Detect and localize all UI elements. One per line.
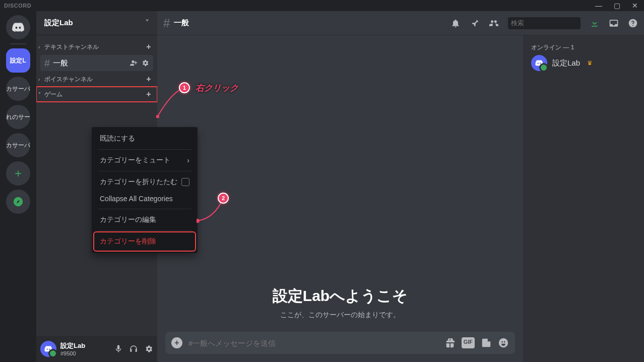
emoji-icon[interactable] (498, 337, 509, 348)
chat-header: # 一般 (157, 11, 644, 35)
maximize-button[interactable]: ▢ (612, 2, 622, 10)
chevron-right-icon: › (38, 44, 44, 50)
chevron-down-icon: ˅ (38, 92, 44, 97)
mic-icon[interactable] (114, 344, 123, 353)
gear-icon[interactable] (141, 59, 149, 67)
chat-area: 設定Labへようこそ ここが、このサーバーの始まりです。 + GIF (157, 35, 523, 362)
crown-icon: ♛ (587, 59, 593, 67)
member-name: 設定Lab (552, 58, 580, 68)
welcome-title: 設定Labへようこそ (273, 286, 408, 307)
members-icon[interactable] (489, 18, 499, 28)
user-avatar[interactable] (40, 341, 56, 357)
bell-icon[interactable] (450, 18, 461, 28)
chevron-right-icon: › (38, 77, 44, 82)
header-toolbar (450, 17, 638, 29)
chevron-down-icon: ˅ (145, 18, 149, 28)
user-info: 設定Lab #9500 (60, 341, 114, 356)
help-icon[interactable] (628, 18, 638, 28)
message-input[interactable] (188, 339, 438, 347)
add-channel-icon[interactable]: + (144, 75, 153, 84)
server-list: 設定L カサーバ れのサー カサーバ + (0, 11, 36, 362)
hash-icon: # (163, 16, 170, 30)
add-channel-icon[interactable]: + (144, 42, 153, 51)
member-item[interactable]: 設定Lab ♛ (527, 52, 640, 74)
server-item[interactable]: れのサー (6, 105, 30, 129)
server-header[interactable]: 設定Lab ˅ (36, 11, 157, 35)
headphones-icon[interactable] (129, 344, 138, 353)
discord-logo-icon (535, 58, 544, 68)
minimize-button[interactable]: — (594, 2, 604, 10)
gift-icon[interactable] (444, 337, 456, 348)
ctx-collapse-all[interactable]: Collapse All Categories (95, 191, 195, 207)
server-item-selected[interactable]: 設定L (6, 48, 30, 73)
chevron-right-icon: › (187, 156, 189, 164)
download-icon[interactable] (590, 18, 600, 28)
member-category: オンライン — 1 (527, 43, 640, 52)
attach-button[interactable]: + (171, 337, 182, 348)
content-row: 設定Labへようこそ ここが、このサーバーの始まりです。 + GIF オンライン… (157, 35, 644, 362)
ctx-delete-category[interactable]: カテゴリーを削除 (95, 233, 195, 250)
pin-icon[interactable] (470, 18, 480, 28)
separator (98, 149, 191, 150)
gif-icon[interactable]: GIF (462, 337, 475, 348)
checkbox-icon (181, 178, 189, 186)
category-game[interactable]: ˅ ゲーム + (36, 87, 157, 102)
create-invite-icon[interactable] (130, 59, 138, 67)
category-text-channels[interactable]: › テキストチャンネル + (36, 39, 157, 54)
channel-name: 一般 (174, 18, 189, 28)
inbox-icon[interactable] (609, 18, 619, 28)
add-channel-icon[interactable]: + (144, 90, 153, 99)
ctx-collapse-category[interactable]: カテゴリーを折りたたむ (95, 173, 195, 191)
separator (98, 230, 191, 231)
messages: 設定Labへようこそ ここが、このサーバーの始まりです。 (157, 35, 523, 332)
separator (98, 209, 191, 209)
separator (98, 171, 191, 171)
member-avatar (531, 55, 547, 71)
category-voice-channels[interactable]: › ボイスチャンネル + (36, 72, 157, 87)
user-controls (114, 344, 153, 353)
compass-icon (13, 196, 24, 207)
server-item[interactable]: カサーバ (6, 133, 30, 157)
composer-icons: GIF (444, 337, 509, 348)
close-button[interactable]: ✕ (630, 2, 640, 10)
explore-servers-button[interactable] (6, 190, 30, 214)
main-content: # 一般 設定Labへようこそ ここが、このサーバーの始まりです。 (157, 11, 644, 362)
home-button[interactable] (6, 15, 30, 39)
sticker-icon[interactable] (481, 337, 492, 348)
server-item[interactable]: カサーバ (6, 77, 30, 101)
search-box[interactable] (508, 17, 581, 29)
message-composer[interactable]: + GIF (165, 332, 515, 354)
window-buttons: — ▢ ✕ (594, 2, 640, 10)
add-server-button[interactable]: + (6, 161, 30, 186)
context-menu: 既読にする カテゴリーをミュート› カテゴリーを折りたたむ Collapse A… (92, 127, 198, 253)
search-input[interactable] (511, 19, 596, 27)
titlebar: DISCORD — ▢ ✕ (0, 0, 644, 11)
discord-wordmark: DISCORD (4, 3, 31, 9)
ctx-mute-category[interactable]: カテゴリーをミュート› (95, 152, 195, 169)
hash-icon: # (44, 57, 50, 69)
user-panel: 設定Lab #9500 (36, 336, 157, 362)
server-name: 設定Lab (44, 18, 145, 28)
member-list: オンライン — 1 設定Lab ♛ (523, 35, 644, 362)
channel-general[interactable]: # 一般 (40, 55, 153, 71)
discord-logo-icon (44, 344, 53, 353)
server-divider (10, 43, 26, 44)
ctx-edit-category[interactable]: カテゴリーの編集 (95, 211, 195, 228)
gear-icon[interactable] (144, 344, 153, 353)
discord-logo-icon (11, 20, 25, 34)
ctx-mark-read[interactable]: 既読にする (95, 130, 195, 147)
welcome-subtitle: ここが、このサーバーの始まりです。 (280, 311, 400, 320)
